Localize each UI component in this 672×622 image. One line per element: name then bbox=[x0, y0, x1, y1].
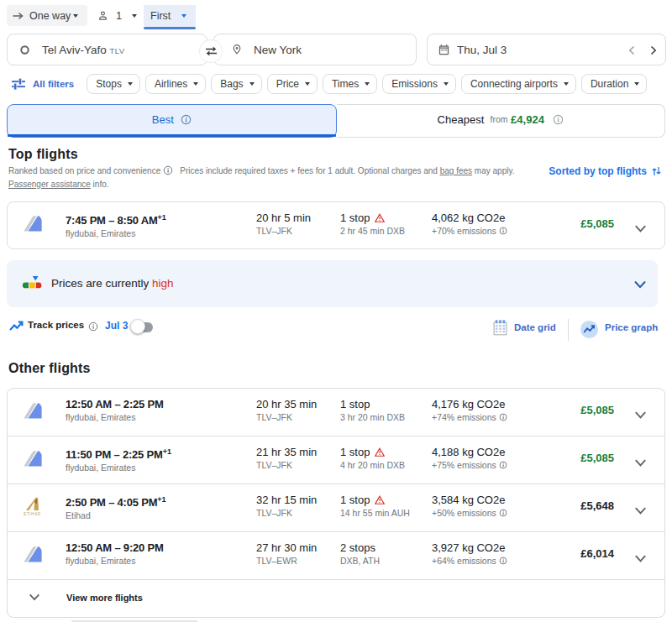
svg-text:ETIHAD: ETIHAD bbox=[24, 512, 41, 516]
